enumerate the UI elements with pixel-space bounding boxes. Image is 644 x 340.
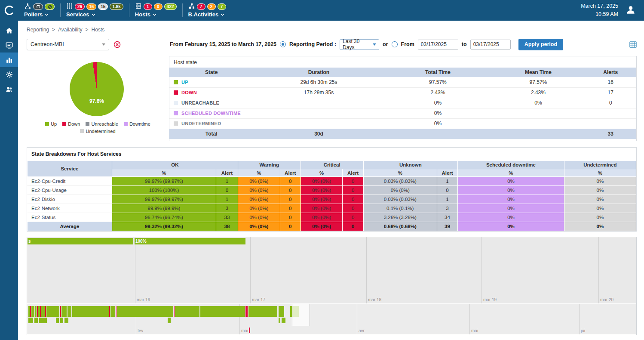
host-state-title: Host state [169, 56, 636, 68]
availability-pie-panel: 97.6% Up Down Unreachable Downtime Undet… [27, 56, 169, 141]
sidebar-item-home[interactable] [0, 23, 18, 38]
sidebar-item-configuration[interactable] [0, 67, 18, 82]
services-critical-badge[interactable]: 26 [75, 3, 85, 10]
reporting-period-radio[interactable] [280, 41, 286, 47]
pie-up-percentage: 97.6% [89, 98, 104, 104]
reporting-period-select[interactable]: Last 30 Days [340, 39, 379, 50]
timeline-main-plot[interactable]: mar 16mar 17mar 18mar 19mar 20s100% [27, 237, 636, 304]
spreadsheet-export-icon [629, 41, 637, 48]
table-row-down: DOWN 17h 29m 35s 2.43% 2.43% 17 [169, 87, 636, 98]
state-label: UP [181, 80, 188, 85]
host-select[interactable]: Centreon-MBI [27, 39, 109, 50]
service-name[interactable]: Ec2-Status [28, 213, 112, 222]
column-header: OK [112, 161, 238, 169]
sub-header: % [363, 169, 437, 177]
sidebar-item-monitoring[interactable] [0, 38, 18, 53]
ba-warning-badge[interactable]: 2 [207, 3, 216, 10]
hosts-down-badge[interactable]: 1 [144, 3, 152, 10]
availability-pie: 97.6% [70, 62, 124, 116]
pie-legend: Up Down Unreachable Downtime Undetermine… [27, 121, 169, 135]
column-header: Unknown [363, 161, 457, 169]
export-report-button[interactable] [629, 41, 637, 48]
from-label: From [401, 41, 414, 47]
service-name[interactable]: Ec2-Network [28, 204, 112, 213]
host-availability-row: 97.6% Up Down Unreachable Downtime Undet… [27, 56, 637, 141]
services-unknown-badge[interactable]: 15 [98, 3, 108, 10]
table-row-undetermined: UNDETERMINED 0% [169, 118, 636, 129]
centreon-logo[interactable] [0, 5, 18, 16]
table-total-row: Total 30d 33 [169, 129, 636, 139]
monitoring-icon [5, 41, 13, 49]
legend-downtime: Downtime [124, 121, 150, 127]
breadcrumb-hosts: Hosts [92, 27, 105, 33]
sub-header: % [112, 169, 216, 177]
pollers-icon [24, 3, 31, 11]
nav-services[interactable]: 26 16 15 1.8k Services [66, 3, 123, 18]
ba-critical-badge[interactable]: 7 [197, 3, 205, 10]
people-icon [5, 85, 13, 93]
or-label: or [383, 41, 388, 47]
nav-pollers[interactable]: Pollers [24, 3, 55, 18]
state-label: DOWN [181, 90, 197, 95]
nav-hosts[interactable]: 1 0 422 Hosts [135, 3, 177, 18]
hosts-up-badge[interactable]: 422 [164, 3, 177, 10]
gear-icon [5, 71, 13, 79]
home-icon [5, 27, 13, 35]
services-warning-badge[interactable]: 16 [86, 3, 96, 10]
bar-chart-icon [5, 56, 13, 64]
nav-bactivities[interactable]: 7 2 7 B.Activities [188, 3, 226, 18]
custom-period-radio[interactable] [392, 41, 398, 47]
reporting-period-value: Last 30 Days [343, 38, 373, 50]
circled-x-icon [113, 41, 121, 48]
to-date-input[interactable] [470, 40, 511, 49]
service-row: Ec2-Diskio 99.97% (99.97%) 1 0% (0%) 0 0… [28, 195, 636, 204]
business-activities-icon [188, 3, 195, 11]
host-state-table: State Duration Total Time Mean Time Aler… [169, 68, 636, 139]
column-header: Critical [301, 161, 363, 169]
unreachable-color-swatch [86, 122, 89, 126]
hosts-unreachable-badge[interactable]: 0 [154, 3, 163, 10]
column-header: Alerts [585, 68, 637, 77]
breakdown-title: State Breakdowns For Host Services [27, 148, 636, 161]
breadcrumb-separator: > [52, 27, 55, 33]
sidebar-item-reporting[interactable] [0, 53, 18, 67]
breadcrumb-separator: > [86, 27, 89, 33]
legend-unreachable: Unreachable [86, 121, 118, 127]
hosts-icon [135, 3, 142, 11]
nav-hosts-label: Hosts [135, 11, 150, 18]
sidebar-item-administration[interactable] [0, 82, 18, 96]
nav-separator [60, 3, 61, 17]
state-label: UNDETERMINED [181, 121, 221, 126]
user-menu[interactable] [625, 4, 636, 17]
ba-ok-badge[interactable]: 7 [218, 3, 226, 10]
up-color-swatch [45, 122, 49, 126]
state-label: SCHEDULED DOWNTIME [181, 111, 241, 116]
chevron-down-icon [153, 13, 156, 16]
undetermined-color-swatch [80, 129, 84, 133]
up-state-swatch [174, 80, 178, 84]
reporting-period-label: Reporting Period : [289, 41, 336, 47]
breadcrumb-reporting[interactable]: Reporting [27, 27, 49, 33]
header-datetime: March 17, 2025 10:59 AM [581, 2, 618, 19]
column-header: State [169, 68, 253, 77]
poller-status-badge [45, 3, 55, 10]
breadcrumb-availability[interactable]: Availability [58, 27, 82, 33]
period-summary: From February 15, 2025 to March 17, 2025 [170, 41, 276, 47]
from-date-input[interactable] [418, 40, 458, 49]
undetermined-state-swatch [174, 121, 178, 126]
nav-pollers-label: Pollers [24, 11, 43, 18]
services-icon [66, 3, 73, 11]
services-ok-badge[interactable]: 1.8k [110, 3, 123, 10]
top-navigation: Pollers 26 16 15 1.8k Services [24, 3, 226, 18]
nav-separator [129, 3, 129, 17]
table-row-scheduled-downtime: SCHEDULED DOWNTIME 0% [169, 108, 636, 118]
availability-timeline-panel: mar 16mar 17mar 18mar 19mar 20s100% fevm… [27, 237, 637, 335]
service-name[interactable]: Ec2-Cpu-Usage [28, 186, 112, 195]
service-name[interactable]: Ec2-Diskio [28, 195, 112, 204]
timeline-mini-plot[interactable]: fevmaravrmaijui [27, 304, 636, 334]
sub-header: % [238, 169, 280, 177]
clear-selection-button[interactable] [113, 41, 121, 48]
service-name[interactable]: Ec2-Cpu-Credit [28, 177, 112, 186]
select-caret-icon [102, 43, 105, 46]
apply-period-button[interactable]: Apply period [518, 39, 563, 50]
